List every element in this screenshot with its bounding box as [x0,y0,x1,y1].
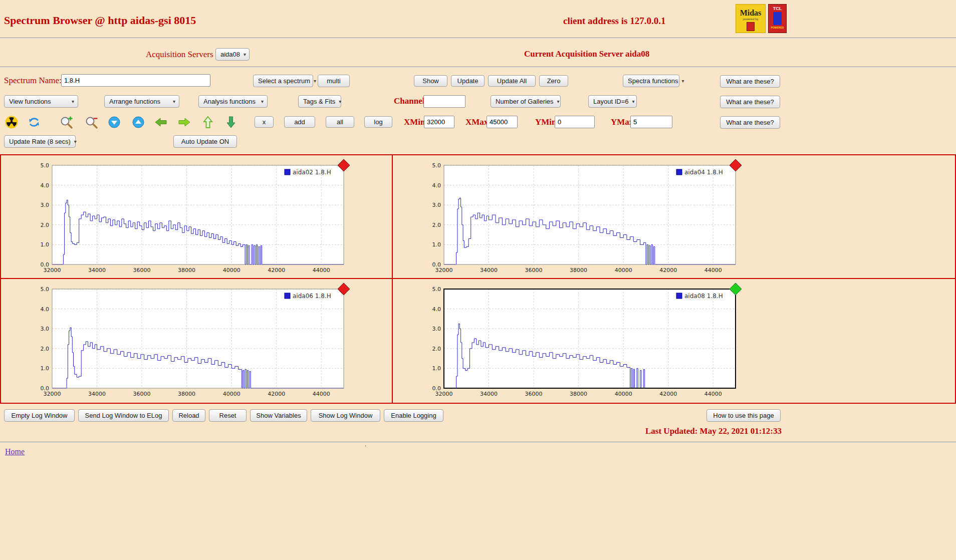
all-button[interactable]: all [326,116,354,128]
scroll-up-icon[interactable] [131,115,146,130]
update-rate-dropdown[interactable]: Update Rate (8 secs)▾ [4,135,76,148]
svg-text:1.0: 1.0 [41,241,50,248]
spectra-functions-dropdown[interactable]: Spectra functions▾ [623,75,679,87]
reset-button[interactable]: Reset [209,409,247,422]
number-of-galleries-dropdown[interactable]: Number of Galleries▾ [491,95,561,108]
layout-id-dropdown[interactable]: Layout ID=6▾ [588,95,637,108]
home-link[interactable]: Home [5,447,25,456]
analysis-functions-dropdown[interactable]: Analysis functions▾ [198,95,268,108]
spectrum-chart-aida06[interactable]: 0.01.02.03.04.05.03200034000360003800040… [29,283,392,399]
svg-text:34000: 34000 [480,391,498,397]
svg-text:1.0: 1.0 [432,365,441,372]
show-button[interactable]: Show [414,75,447,87]
what-are-these-button[interactable]: What are these? [720,75,780,88]
legend-label: aida04 1.8.H [684,169,723,176]
show-log-window-button[interactable]: Show Log Window [311,409,380,422]
view-functions-dropdown[interactable]: View functions▾ [4,95,78,108]
move-up-icon[interactable] [200,115,215,130]
enable-logging-button[interactable]: Enable Logging [384,409,443,422]
client-address: client address is 127.0.0.1 [563,16,665,27]
reload-button[interactable]: Reload [172,409,205,422]
svg-text:3.0: 3.0 [432,202,441,208]
svg-text:40000: 40000 [223,267,241,273]
spectrum-browser-page: Spectrum Browser @ http aidas-gsi 8015 c… [0,0,956,560]
x-button[interactable]: x [255,116,274,128]
auto-update-button[interactable]: Auto Update ON [173,135,237,148]
svg-text:36000: 36000 [133,391,151,397]
show-variables-button[interactable]: Show Variables [250,409,307,422]
tags-fits-dropdown[interactable]: Tags & Fits▾ [298,95,341,108]
svg-text:5.0: 5.0 [41,162,50,169]
multi-button[interactable]: multi [318,75,350,87]
zero-button[interactable]: Zero [539,75,568,87]
xmin-input[interactable] [424,116,454,128]
spectrum-panel-aida04: 0.01.02.03.04.05.03200034000360003800040… [393,155,955,279]
divider [0,38,956,39]
spectrum-chart-aida04[interactable]: 0.01.02.03.04.05.03200034000360003800040… [421,159,955,275]
svg-text:32000: 32000 [435,267,453,273]
legend-swatch [285,293,290,299]
spectrum-chart-aida08[interactable]: 0.01.02.03.04.05.03200034000360003800040… [421,283,955,399]
legend-label: aida02 1.8.H [293,169,331,176]
ymax-input[interactable] [630,116,672,128]
svg-text:4.0: 4.0 [41,182,50,189]
what-are-these-button[interactable]: What are these? [720,96,780,108]
acquisition-server-select[interactable]: aida08▾ [215,48,250,61]
ymin-input[interactable] [555,116,595,128]
move-left-icon[interactable] [153,115,168,130]
svg-text:44000: 44000 [313,267,330,273]
send-log-window-to-elog-button[interactable]: Send Log Window to ELog [78,409,169,422]
channel-label: Channel: [394,96,427,106]
chevron-down-icon: ▾ [681,79,684,84]
spectrum-chart-aida02[interactable]: 0.01.02.03.04.05.03200034000360003800040… [29,159,392,275]
svg-text:5.0: 5.0 [432,286,441,293]
legend-swatch [676,293,682,299]
svg-text:32000: 32000 [435,391,453,397]
what-are-these-button[interactable]: What are these? [720,116,780,129]
legend-label: aida08 1.8.H [684,293,723,300]
select-a-spectrum-dropdown[interactable]: Select a spectrum▾ [253,75,313,87]
acquisition-servers-label: Acquisition Servers [146,50,213,60]
chevron-down-icon: ▾ [74,139,77,144]
svg-text:3.0: 3.0 [41,326,50,332]
chevron-down-icon: ▾ [261,99,264,104]
spectrum-name-input[interactable] [61,74,210,87]
chevron-down-icon: ▾ [557,99,560,104]
svg-text:38000: 38000 [178,391,195,397]
svg-text:2.0: 2.0 [432,222,441,228]
svg-text:2.0: 2.0 [41,346,50,352]
move-right-icon[interactable] [177,115,192,130]
refresh-icon[interactable] [27,115,42,130]
svg-text:36000: 36000 [525,391,543,397]
log-button[interactable]: log [364,116,392,128]
svg-text:40000: 40000 [615,391,632,397]
channel-input[interactable] [423,95,465,108]
arrange-functions-dropdown[interactable]: Arrange functions▾ [104,95,179,108]
legend-swatch [676,169,682,175]
empty-log-window-button[interactable]: Empty Log Window [4,409,75,422]
add-button[interactable]: add [284,116,315,128]
spectrum-panel-aida06: 0.01.02.03.04.05.03200034000360003800040… [1,279,393,403]
svg-text:2.0: 2.0 [41,222,50,228]
update-all-button[interactable]: Update All [488,75,536,87]
svg-text:4.0: 4.0 [41,306,50,313]
zoom-in-icon[interactable] [59,115,74,130]
spectrum-panel-aida08: 0.01.02.03.04.05.03200034000360003800040… [393,279,955,403]
svg-text:36000: 36000 [133,267,151,273]
xmin-label: XMin [404,117,425,127]
legend-swatch [285,169,290,175]
scroll-down-icon[interactable] [107,115,122,130]
radiation-icon[interactable] [4,115,19,130]
svg-text:42000: 42000 [268,391,285,397]
zoom-out-icon[interactable] [84,115,99,130]
svg-text:1.0: 1.0 [41,365,50,372]
svg-text:40000: 40000 [223,391,241,397]
xmax-input[interactable] [487,116,518,128]
how-to-use-this-page-button[interactable]: How to use this page [706,409,781,422]
update-button[interactable]: Update [451,75,485,87]
svg-text:42000: 42000 [268,267,285,273]
move-down-icon[interactable] [223,115,238,130]
svg-text:32000: 32000 [44,267,61,273]
legend-label: aida06 1.8.H [293,293,331,300]
svg-text:40000: 40000 [615,267,632,273]
